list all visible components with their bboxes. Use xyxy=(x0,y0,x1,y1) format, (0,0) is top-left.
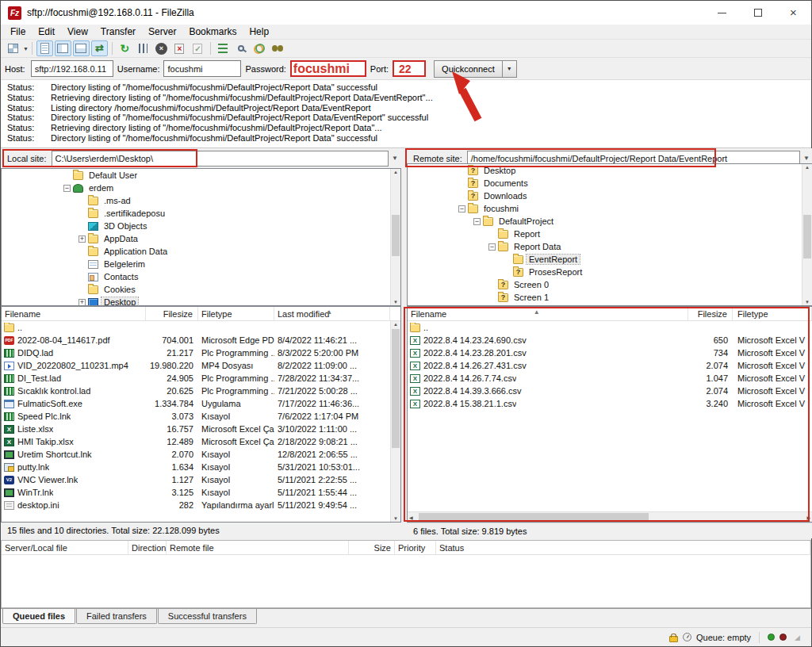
remote-tree-item[interactable]: EventReport xyxy=(408,253,812,266)
expander-icon[interactable]: − xyxy=(458,205,465,212)
local-file-row[interactable]: HMI Takip.xlsx 12.489 Microsoft Excel Ça… xyxy=(2,435,400,448)
find-files-icon[interactable] xyxy=(270,40,286,56)
local-file-row[interactable]: FulmaticSoft.exe 1.334.784 Uygulama 7/17… xyxy=(2,397,400,410)
scroll-up-icon[interactable]: ▲ xyxy=(391,170,400,174)
local-tree-item[interactable]: Belgelerim xyxy=(2,258,400,270)
local-file-row[interactable]: putty.lnk 1.634 Kısayol 5/31/2021 10:53:… xyxy=(2,461,400,473)
remote-file-row[interactable]: .. xyxy=(408,321,812,334)
menu-item[interactable]: View xyxy=(61,25,94,39)
synchronized-browsing-icon[interactable] xyxy=(251,40,268,56)
queue-tab[interactable]: Failed transfers xyxy=(76,609,157,624)
local-file-row[interactable]: DIDQ.lad 21.217 Plc Programming ... 8/3/… xyxy=(2,346,400,359)
speed-limit-icon[interactable] xyxy=(683,633,691,641)
local-file-row[interactable]: WinTr.lnk 3.125 Kısayol 5/11/2021 1:55:4… xyxy=(2,486,400,499)
quickconnect-dropdown-icon[interactable]: ▼ xyxy=(503,60,517,78)
port-input[interactable] xyxy=(393,60,426,77)
local-file-row[interactable]: VID_20220802_110231.mp4 19.980.220 MP4 D… xyxy=(2,359,400,372)
remote-tree-item[interactable]: − DefaultProject xyxy=(408,215,812,228)
local-tree-item[interactable]: + AppData xyxy=(2,232,400,245)
local-file-list-scrollbar[interactable]: ▲ ▼ xyxy=(390,321,400,522)
local-tree-scrollbar[interactable]: ▲ ▼ xyxy=(390,169,400,305)
host-input[interactable] xyxy=(31,60,113,77)
local-file-row[interactable]: Liste.xlsx 16.757 Microsoft Excel Ça... … xyxy=(2,423,400,435)
directory-comparison-icon[interactable] xyxy=(233,40,250,56)
column-header-remote-file[interactable]: Remote file xyxy=(167,541,349,554)
scroll-up-icon[interactable]: ▲ xyxy=(391,322,400,327)
toggle-message-log-icon[interactable] xyxy=(36,40,53,56)
menu-item[interactable]: Transfer xyxy=(94,25,142,39)
column-header-size[interactable]: Size xyxy=(349,541,395,554)
local-file-row[interactable]: desktop.ini 282 Yapılandırma ayarl... 5/… xyxy=(2,499,400,511)
local-tree-item[interactable]: − erdem xyxy=(2,182,400,194)
column-header-filename[interactable]: Filename xyxy=(2,307,146,320)
remote-file-row[interactable]: 2022.8.4 14.39.3.666.csv 2.074 Microsoft… xyxy=(408,385,812,397)
column-header-filesize[interactable]: Filesize xyxy=(688,307,733,320)
column-header-direction[interactable]: Direction xyxy=(128,541,167,554)
username-input[interactable] xyxy=(163,60,241,77)
remote-file-row[interactable]: 2022.8.4 14.26.7.74.csv 1.047 Microsoft … xyxy=(408,372,812,385)
local-tree-item[interactable]: .ms-ad xyxy=(2,194,400,207)
maximize-button[interactable] xyxy=(740,1,776,25)
local-file-row[interactable]: Uretim Shortcut.lnk 2.070 Kısayol 12/8/2… xyxy=(2,448,400,461)
password-input[interactable] xyxy=(290,60,366,77)
column-header-filename[interactable]: ▲Filename xyxy=(408,307,688,320)
remote-tree-item[interactable]: Downloads xyxy=(408,190,812,202)
remote-site-dropdown-icon[interactable]: ▼ xyxy=(800,155,812,162)
column-header-status[interactable]: Status xyxy=(436,541,810,554)
expander-icon[interactable]: − xyxy=(473,218,481,225)
column-header-filesize[interactable]: Filesize xyxy=(146,307,198,320)
menu-item[interactable]: Help xyxy=(243,25,275,39)
local-file-row[interactable]: DI_Test.lad 24.905 Plc Programming ... 7… xyxy=(2,372,400,385)
disconnect-icon[interactable]: × xyxy=(171,40,188,56)
local-tree-item[interactable]: 3D Objects xyxy=(2,220,400,232)
directory-filter-icon[interactable] xyxy=(215,40,232,56)
local-tree-item[interactable]: Application Data xyxy=(2,245,400,258)
process-queue-icon[interactable] xyxy=(135,40,151,56)
minimize-button[interactable] xyxy=(704,1,740,25)
expander-icon[interactable]: − xyxy=(63,185,71,192)
local-site-dropdown-icon[interactable]: ▼ xyxy=(389,155,401,162)
local-file-row[interactable]: Sıcaklık kontrol.lad 20.625 Plc Programm… xyxy=(2,385,400,397)
site-manager-dropdown-icon[interactable]: ▼ xyxy=(23,46,29,52)
quickconnect-button[interactable]: Quickconnect xyxy=(434,60,503,78)
remote-tree-item[interactable]: − focushmi xyxy=(408,202,812,215)
menu-item[interactable]: Server xyxy=(142,25,182,39)
remote-tree-item[interactable]: Documents xyxy=(408,177,812,190)
resize-grip-icon[interactable]: ◢ xyxy=(795,634,800,641)
column-header-last-modified[interactable]: ▲Last modified xyxy=(274,307,390,320)
local-file-row[interactable]: .. xyxy=(2,321,400,334)
close-button[interactable]: × xyxy=(776,1,811,25)
remote-tree-scrollbar[interactable]: ▲ ▼ xyxy=(802,164,812,305)
column-header-server-local-file[interactable]: Server/Local file xyxy=(2,541,128,554)
remote-tree-item[interactable]: ProsesReport xyxy=(408,266,812,278)
remote-file-list-scrollbar[interactable]: ◀ ▶ xyxy=(408,511,812,522)
cancel-operation-icon[interactable]: × xyxy=(153,40,170,56)
menu-item[interactable]: Bookmarks xyxy=(182,25,243,39)
refresh-icon[interactable]: ↻ xyxy=(117,40,133,56)
toggle-remote-tree-icon[interactable] xyxy=(73,40,90,56)
menu-item[interactable]: File xyxy=(4,25,32,39)
local-file-row[interactable]: 2022-08-04_114617.pdf 704.001 Microsoft … xyxy=(2,334,400,346)
reconnect-icon[interactable]: ✓ xyxy=(190,40,206,56)
column-header-filetype[interactable]: Filetype xyxy=(733,307,812,320)
expander-icon[interactable]: + xyxy=(79,299,86,306)
scroll-down-icon[interactable]: ▼ xyxy=(802,300,812,304)
toggle-transfer-queue-icon[interactable]: ⇄ xyxy=(91,40,108,56)
scroll-left-icon[interactable]: ◀ xyxy=(409,515,413,520)
scroll-right-icon[interactable]: ▶ xyxy=(806,515,810,520)
queue-tab[interactable]: Queued files xyxy=(2,609,75,624)
remote-file-row[interactable]: 2022.8.4 15.38.21.1.csv 3.240 Microsoft … xyxy=(408,397,812,410)
local-tree-item[interactable]: Cookies xyxy=(2,283,400,296)
local-site-path-combobox[interactable]: C:\Users\erdem\Desktop\ xyxy=(52,151,389,167)
remote-tree-item[interactable]: − Report Data xyxy=(408,240,812,253)
toggle-local-tree-icon[interactable] xyxy=(55,40,71,56)
scroll-down-icon[interactable]: ▼ xyxy=(391,300,400,304)
scroll-up-icon[interactable]: ▲ xyxy=(802,165,812,170)
remote-tree-item[interactable]: Desktop xyxy=(408,164,812,177)
menu-item[interactable]: Edit xyxy=(32,25,61,39)
queue-tab[interactable]: Successful transfers xyxy=(158,609,257,624)
remote-file-row[interactable]: 2022.8.4 14.23.28.201.csv 734 Microsoft … xyxy=(408,346,812,359)
remote-tree-item[interactable]: Report xyxy=(408,228,812,240)
remote-file-row[interactable]: 2022.8.4 14.23.24.690.csv 650 Microsoft … xyxy=(408,334,812,346)
expander-icon[interactable]: + xyxy=(79,235,86,243)
